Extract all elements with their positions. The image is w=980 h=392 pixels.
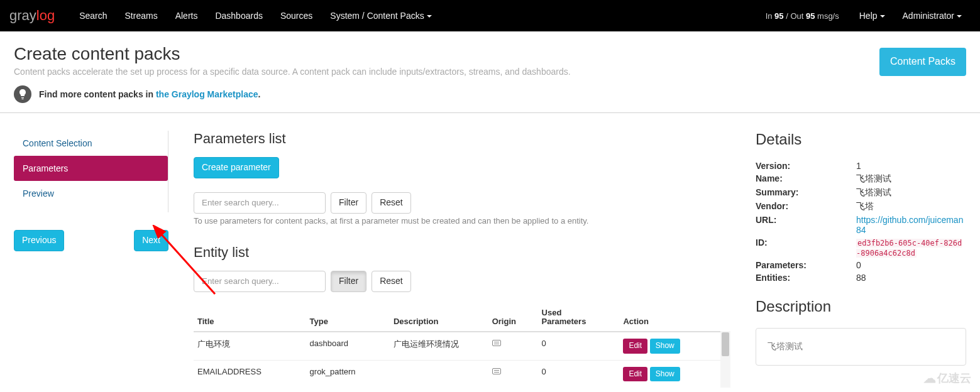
label-version: Version: <box>756 161 856 171</box>
throughput-display: In 95 / Out 95 msg/s <box>766 11 851 21</box>
parameters-filter-button[interactable]: Filter <box>331 192 366 214</box>
label-summary: Summary: <box>756 187 856 199</box>
cell-origin <box>488 332 538 360</box>
page-title: Create content packs <box>14 44 966 64</box>
chevron-down-icon <box>427 15 432 18</box>
cell-description: 广电运维环境情况 <box>390 332 488 360</box>
cell-description <box>390 360 488 388</box>
next-button[interactable]: Next <box>134 230 168 251</box>
show-button[interactable]: Show <box>650 367 680 381</box>
cell-title: 广电环境 <box>194 332 306 360</box>
content-packs-button[interactable]: Content Packs <box>879 48 966 76</box>
cell-type: grok_pattern <box>306 360 390 388</box>
value-id: ed3fb2b6-605c-40ef-826d-8906a4c62c8d <box>856 239 962 258</box>
parameters-search-input[interactable] <box>194 192 326 214</box>
parameters-reset-button[interactable]: Reset <box>372 192 411 214</box>
server-icon <box>492 368 501 374</box>
nav-administrator[interactable]: Administrator <box>894 1 971 30</box>
entity-list-title: Entity list <box>194 244 730 261</box>
table-row: EMAILADDRESS grok_pattern 0 Edit Show <box>194 360 730 388</box>
label-vendor: Vendor: <box>756 201 856 212</box>
wizard-step-preview[interactable]: Preview <box>14 181 168 206</box>
col-action[interactable]: Action <box>619 303 720 332</box>
cell-action: Edit Show <box>619 360 720 388</box>
previous-button[interactable]: Previous <box>14 230 64 251</box>
entity-table: Title Type Description Origin UsedParame… <box>194 303 730 388</box>
top-navbar: graylog Search Streams Alerts Dashboards… <box>0 0 980 31</box>
details-title: Details <box>756 131 966 148</box>
entity-search-input[interactable] <box>194 271 326 292</box>
scrollbar[interactable] <box>720 331 730 388</box>
cell-type: dashboard <box>306 332 390 360</box>
description-title: Description <box>756 298 966 315</box>
entity-reset-button[interactable]: Reset <box>372 271 411 292</box>
wizard-step-parameters[interactable]: Parameters <box>14 156 168 181</box>
marketplace-link[interactable]: the Graylog Marketplace <box>156 89 258 99</box>
create-parameter-button[interactable]: Create parameter <box>194 157 279 178</box>
info-text: Find more content packs in the Graylog M… <box>39 89 260 99</box>
cell-title: EMAILADDRESS <box>194 360 306 388</box>
description-box: 飞塔测试 <box>756 328 966 366</box>
label-parameters: Parameters: <box>756 260 856 270</box>
brand-logo[interactable]: graylog <box>9 8 70 24</box>
nav-sources[interactable]: Sources <box>272 1 321 30</box>
col-used-parameters[interactable]: UsedParameters <box>538 303 620 332</box>
nav-help[interactable]: Help <box>851 1 894 30</box>
show-button[interactable]: Show <box>650 339 680 353</box>
col-type[interactable]: Type <box>306 303 390 332</box>
brand-gray: gray <box>9 8 36 23</box>
col-origin[interactable]: Origin <box>488 303 538 332</box>
brand-log: log <box>36 8 55 23</box>
watermark: ☁亿速云 <box>923 371 971 386</box>
chevron-down-icon <box>880 15 885 18</box>
cell-used: 0 <box>538 332 620 360</box>
cloud-icon: ☁ <box>923 371 936 386</box>
table-row: 广电环境 dashboard 广电运维环境情况 0 Edit Show <box>194 332 730 360</box>
wizard-step-content-selection[interactable]: Content Selection <box>14 131 168 156</box>
lightbulb-icon <box>14 85 31 103</box>
value-entities: 88 <box>856 273 966 283</box>
value-summary: 飞塔测试 <box>856 187 966 199</box>
nav-search[interactable]: Search <box>70 1 116 30</box>
nav-dashboards[interactable]: Dashboards <box>206 1 272 30</box>
chevron-down-icon <box>957 15 962 18</box>
col-title[interactable]: Title <box>194 303 306 332</box>
col-description[interactable]: Description <box>390 303 488 332</box>
server-icon <box>492 340 501 346</box>
cell-origin <box>488 360 538 388</box>
entity-filter-button[interactable]: Filter <box>331 271 366 292</box>
nav-system-label: System / Content Packs <box>330 11 424 21</box>
nav-streams[interactable]: Streams <box>116 1 167 30</box>
label-url: URL: <box>756 215 856 235</box>
nav-alerts[interactable]: Alerts <box>167 1 207 30</box>
value-vendor: 飞塔 <box>856 201 966 212</box>
page-header: Create content packs Content packs accel… <box>0 31 980 113</box>
cell-used: 0 <box>538 360 620 388</box>
nav-admin-label: Administrator <box>903 11 954 21</box>
label-name: Name: <box>756 173 856 185</box>
value-name: 飞塔测试 <box>856 173 966 185</box>
nav-system[interactable]: System / Content Packs <box>321 1 440 30</box>
value-url-link[interactable]: https://github.com/juiceman84 <box>856 215 963 235</box>
wizard-steps: Content Selection Parameters Preview <box>14 131 168 212</box>
parameters-list-title: Parameters list <box>194 131 730 147</box>
cell-action: Edit Show <box>619 332 720 360</box>
edit-button[interactable]: Edit <box>623 339 647 353</box>
edit-button[interactable]: Edit <box>623 367 647 381</box>
value-version: 1 <box>856 161 966 171</box>
label-id: ID: <box>756 237 856 258</box>
nav-help-label: Help <box>859 11 878 21</box>
label-entities: Entities: <box>756 273 856 283</box>
parameters-help-text: To use parameters for content packs, at … <box>194 216 730 226</box>
page-subtitle: Content packs accelerate the set up proc… <box>14 67 966 77</box>
value-parameters: 0 <box>856 260 966 270</box>
